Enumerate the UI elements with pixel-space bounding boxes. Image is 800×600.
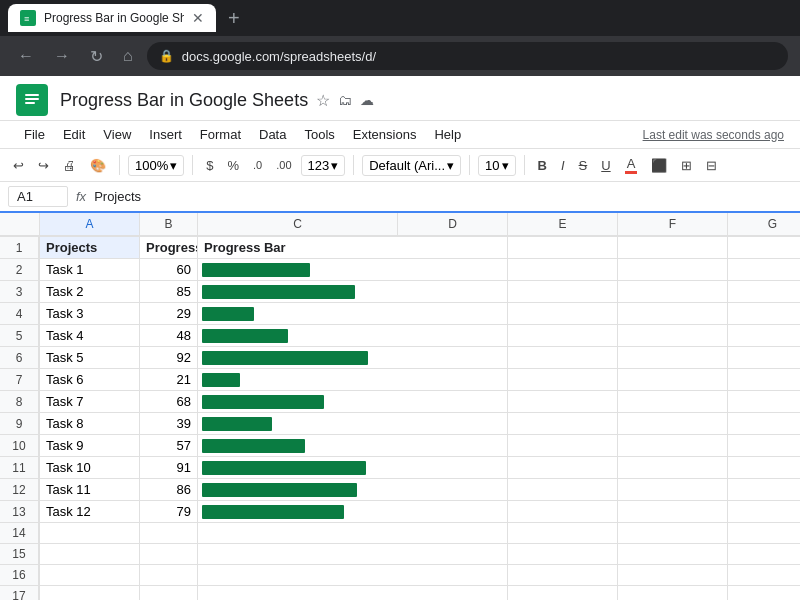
- cell-f10[interactable]: [618, 435, 728, 457]
- cell-f6[interactable]: [618, 347, 728, 369]
- cell-b12[interactable]: 86: [140, 479, 198, 501]
- font-family-dropdown[interactable]: Default (Ari... ▾: [362, 155, 461, 176]
- row-header-15[interactable]: 15: [0, 544, 40, 565]
- menu-data[interactable]: Data: [251, 123, 294, 146]
- col-header-A[interactable]: A: [40, 213, 140, 237]
- cell-g12[interactable]: [728, 479, 800, 501]
- menu-file[interactable]: File: [16, 123, 53, 146]
- cell-b10[interactable]: 57: [140, 435, 198, 457]
- row-header-12[interactable]: 12: [0, 479, 40, 501]
- cell-f17[interactable]: [618, 586, 728, 600]
- cell-a4[interactable]: Task 3: [40, 303, 140, 325]
- merge-button[interactable]: ⊟: [701, 155, 722, 176]
- cell-b15[interactable]: [140, 544, 198, 565]
- home-button[interactable]: ⌂: [117, 43, 139, 69]
- cell-a2[interactable]: Task 1: [40, 259, 140, 281]
- cell-e14[interactable]: [508, 523, 618, 544]
- cell-e9[interactable]: [508, 413, 618, 435]
- cell-a9[interactable]: Task 8: [40, 413, 140, 435]
- cell-b6[interactable]: 92: [140, 347, 198, 369]
- zoom-dropdown[interactable]: 100% ▾: [128, 155, 184, 176]
- print-button[interactable]: 🖨: [58, 155, 81, 176]
- strikethrough-button[interactable]: S: [574, 155, 593, 176]
- cell-a12[interactable]: Task 11: [40, 479, 140, 501]
- cell-a11[interactable]: Task 10: [40, 457, 140, 479]
- dollar-button[interactable]: $: [201, 155, 218, 176]
- cell-e8[interactable]: [508, 391, 618, 413]
- cell-f4[interactable]: [618, 303, 728, 325]
- cell-b9[interactable]: 39: [140, 413, 198, 435]
- new-tab-button[interactable]: +: [224, 3, 244, 34]
- more-formats-dropdown[interactable]: 123 ▾: [301, 155, 346, 176]
- cell-c16[interactable]: [198, 565, 508, 586]
- back-button[interactable]: ←: [12, 43, 40, 69]
- address-bar[interactable]: 🔒 docs.google.com/spreadsheets/d/: [147, 42, 788, 70]
- col-header-G[interactable]: G: [728, 213, 800, 237]
- cell-f13[interactable]: [618, 501, 728, 523]
- cell-g7[interactable]: [728, 369, 800, 391]
- cell-a15[interactable]: [40, 544, 140, 565]
- row-header-9[interactable]: 9: [0, 413, 40, 435]
- row-header-13[interactable]: 13: [0, 501, 40, 523]
- cell-g17[interactable]: [728, 586, 800, 600]
- forward-button[interactable]: →: [48, 43, 76, 69]
- col-header-C[interactable]: C: [198, 213, 398, 237]
- cell-f11[interactable]: [618, 457, 728, 479]
- row-header-2[interactable]: 2: [0, 259, 40, 281]
- cell-a13[interactable]: Task 12: [40, 501, 140, 523]
- cell-a6[interactable]: Task 5: [40, 347, 140, 369]
- bold-button[interactable]: B: [533, 155, 552, 176]
- cell-b2[interactable]: 60: [140, 259, 198, 281]
- cell-f3[interactable]: [618, 281, 728, 303]
- row-col-corner[interactable]: [0, 213, 40, 237]
- cell-a1[interactable]: Projects: [40, 237, 140, 259]
- cell-a17[interactable]: [40, 586, 140, 600]
- cell-g2[interactable]: [728, 259, 800, 281]
- cell-reference[interactable]: A1: [8, 186, 68, 207]
- cell-b4[interactable]: 29: [140, 303, 198, 325]
- row-header-14[interactable]: 14: [0, 523, 40, 544]
- row-header-7[interactable]: 7: [0, 369, 40, 391]
- cell-c17[interactable]: [198, 586, 508, 600]
- cell-f5[interactable]: [618, 325, 728, 347]
- borders-button[interactable]: ⊞: [676, 155, 697, 176]
- cell-g5[interactable]: [728, 325, 800, 347]
- cell-e6[interactable]: [508, 347, 618, 369]
- menu-edit[interactable]: Edit: [55, 123, 93, 146]
- cell-e12[interactable]: [508, 479, 618, 501]
- cell-a3[interactable]: Task 2: [40, 281, 140, 303]
- cell-e2[interactable]: [508, 259, 618, 281]
- row-header-11[interactable]: 11: [0, 457, 40, 479]
- cell-c1[interactable]: Progress Bar: [198, 237, 508, 259]
- cell-g4[interactable]: [728, 303, 800, 325]
- decimal00-button[interactable]: .00: [271, 156, 296, 174]
- col-header-B[interactable]: B: [140, 213, 198, 237]
- cell-g10[interactable]: [728, 435, 800, 457]
- cell-a7[interactable]: Task 6: [40, 369, 140, 391]
- cell-g9[interactable]: [728, 413, 800, 435]
- cell-b13[interactable]: 79: [140, 501, 198, 523]
- cell-b11[interactable]: 91: [140, 457, 198, 479]
- cell-b8[interactable]: 68: [140, 391, 198, 413]
- cell-e7[interactable]: [508, 369, 618, 391]
- cell-a14[interactable]: [40, 523, 140, 544]
- cell-b7[interactable]: 21: [140, 369, 198, 391]
- cell-e17[interactable]: [508, 586, 618, 600]
- cell-f1[interactable]: [618, 237, 728, 259]
- cell-f16[interactable]: [618, 565, 728, 586]
- row-header-8[interactable]: 8: [0, 391, 40, 413]
- star-icon[interactable]: ☆: [316, 91, 330, 110]
- cell-f2[interactable]: [618, 259, 728, 281]
- folder-icon[interactable]: 🗂: [338, 92, 352, 108]
- row-header-6[interactable]: 6: [0, 347, 40, 369]
- row-header-17[interactable]: 17: [0, 586, 40, 600]
- col-header-E[interactable]: E: [508, 213, 618, 237]
- cell-g11[interactable]: [728, 457, 800, 479]
- cell-c15[interactable]: [198, 544, 508, 565]
- cell-g13[interactable]: [728, 501, 800, 523]
- cell-f15[interactable]: [618, 544, 728, 565]
- col-header-F[interactable]: F: [618, 213, 728, 237]
- tab-close-button[interactable]: ✕: [192, 10, 204, 26]
- cell-e3[interactable]: [508, 281, 618, 303]
- cell-e11[interactable]: [508, 457, 618, 479]
